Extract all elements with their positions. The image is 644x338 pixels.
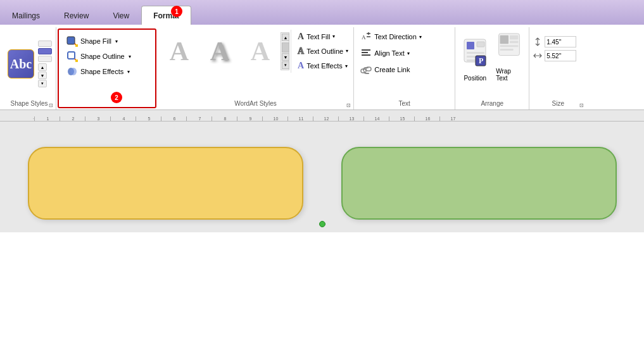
ruler-mark: 2 [60,116,85,121]
align-text-dropdown[interactable]: ▾ [407,51,410,56]
tab-mailings[interactable]: Mailings [0,6,52,25]
wordart-scroll-up[interactable]: ▲ [282,34,289,41]
shape-options-group: Shape Fill ▾ Shape Outline ▾ Shape Effec… [58,28,156,108]
annotation-1: 1 [171,6,182,17]
align-text-label: Align Text [374,49,405,57]
width-row [533,50,583,61]
tab-view[interactable]: View [101,6,141,25]
svg-rect-1 [75,44,78,47]
width-icon [533,51,542,60]
wordart-group: A A A ▲ ▼ ▾ A Text Fill ▾ [158,27,354,110]
ruler-mark: 10 [262,116,287,121]
align-text-button[interactable]: Align Text ▾ [358,46,451,60]
ruler-mark: 15 [389,116,414,121]
shape-styles-abc-group: Abc ▲ ▼ ▾ Shape Styles ⊡ [3,27,56,110]
ruler-mark: 17 [439,116,465,121]
wordart-sample-3[interactable]: A [241,32,279,70]
width-input[interactable] [545,50,576,61]
wordart-scrollbar-thumb[interactable] [282,42,289,53]
canvas-area [0,122,644,232]
svg-rect-13 [467,42,474,49]
ruler-mark: 1 [34,116,60,121]
size-group: Size ⊡ [529,27,586,110]
shape-styles-expand[interactable]: ⊡ [49,103,53,108]
shape-outline-button[interactable]: Shape Outline ▾ [63,49,151,64]
svg-rect-3 [75,59,78,62]
text-outline-button[interactable]: A Text Outline ▾ [295,45,351,58]
shape-fill-label: Shape Fill [80,37,111,45]
create-link-label: Create Link [374,66,410,73]
height-icon [533,37,542,46]
svg-point-5 [70,68,77,75]
svg-rect-23 [500,49,514,51]
text-effects-label: Text Effects [306,62,343,70]
wrap-text-button[interactable]: Wrap Text [493,30,525,84]
shape-effects-button[interactable]: Shape Effects ▾ [63,64,151,79]
height-input[interactable] [545,36,576,47]
wordart-sample-2[interactable]: A [201,32,239,70]
text-outline-dropdown[interactable]: ▾ [346,48,348,54]
text-fill-label: Text Fill [306,33,330,41]
svg-rect-8 [362,52,368,53]
text-direction-button[interactable]: A Text Direction ▾ [358,30,451,44]
ruler-mark: 8 [212,116,237,121]
shape-effects-dropdown[interactable]: ▾ [127,69,130,75]
arrange-label: Arrange [455,100,529,107]
svg-text:A: A [362,34,366,41]
wordart-expand[interactable]: ⊡ [346,103,351,108]
ruler-mark: 4 [110,116,136,121]
svg-rect-14 [477,42,484,47]
wordart-scroll-expand[interactable]: ▾ [282,61,289,69]
wordart-sample-1[interactable]: A [160,32,198,70]
svg-text:P: P [479,56,483,65]
ruler-mark: 9 [237,116,262,121]
height-row [533,36,583,47]
shape-fill-button[interactable]: Shape Fill ▾ [63,34,151,49]
green-shape[interactable] [341,147,617,220]
position-icon: P [463,38,487,73]
connector-dot [319,221,325,227]
abc-button[interactable]: Abc [8,49,34,78]
yellow-shape[interactable] [28,147,303,220]
svg-rect-7 [362,49,370,51]
ruler-mark: 7 [186,116,212,121]
text-direction-icon: A [360,31,372,42]
text-direction-dropdown[interactable]: ▾ [419,34,422,40]
tab-review[interactable]: Review [52,6,101,25]
tab-format[interactable]: Format [141,6,191,25]
ruler-mark: 16 [414,116,439,121]
wordart-styles-label: WordArt Styles [158,100,353,107]
shape-fill-icon [66,35,78,47]
svg-rect-9 [362,54,370,56]
arrange-group: P Position Wrap Text Arrange [455,27,529,110]
position-button[interactable]: P Position [459,30,491,84]
ribbon: 1 2 Abc ▲ ▼ ▾ Shape Styles ⊡ [0,25,644,110]
ruler-mark: 3 [85,116,110,121]
wordart-scroll-down[interactable]: ▼ [282,53,289,61]
text-fill-dropdown[interactable]: ▾ [332,34,335,39]
svg-rect-25 [510,41,518,43]
text-direction-label: Text Direction [374,33,417,41]
create-link-button[interactable]: Create Link [358,63,451,77]
size-label: Size [529,100,586,107]
size-expand[interactable]: ⊡ [579,103,584,108]
ruler-mark: 12 [313,116,338,121]
scroll-expand-arrow[interactable]: ▾ [38,80,47,87]
ruler-mark: 11 [287,116,313,121]
text-fill-icon: A [298,32,304,42]
text-effects-dropdown[interactable]: ▾ [345,63,348,69]
svg-rect-11 [366,67,371,71]
svg-rect-21 [500,35,508,44]
wrap-text-label: Wrap Text [496,68,522,82]
ruler-ticks: · 1 2 3 4 5 6 7 8 9 10 11 12 13 14 15 16… [0,110,644,121]
text-effects-button[interactable]: A Text Effects ▾ [295,59,351,72]
scroll-down-arrow[interactable]: ▼ [38,72,47,79]
shape-fill-dropdown[interactable]: ▾ [115,39,118,44]
text-fill-button[interactable]: A Text Fill ▾ [295,30,351,43]
shape-outline-dropdown[interactable]: ▾ [129,54,131,59]
scroll-up-arrow[interactable]: ▲ [38,63,47,71]
ruler: · 1 2 3 4 5 6 7 8 9 10 11 12 13 14 15 16… [0,110,644,122]
text-group-label: Text [354,100,455,107]
tab-bar: Mailings Review View Format [0,0,644,25]
create-link-icon [360,64,372,75]
